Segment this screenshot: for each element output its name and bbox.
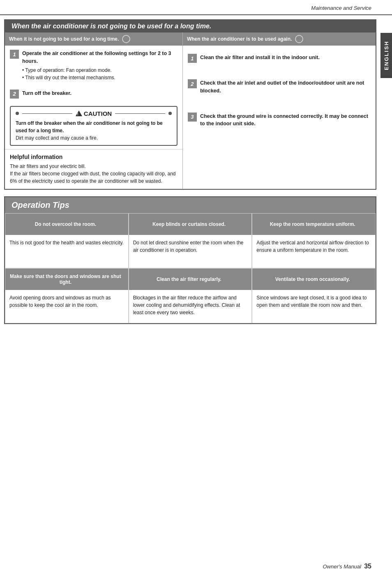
footer-text: Owner's Manual <box>323 564 361 570</box>
gear-icon-left <box>122 35 130 43</box>
caution-title: CAUTION <box>76 110 112 117</box>
caution-dot-right <box>168 112 172 115</box>
caution-title-text: CAUTION <box>84 110 112 117</box>
right-panel: When the air conditioner is to be used a… <box>183 32 376 189</box>
section-longtime-body: When it is not going to be used for a lo… <box>5 32 376 189</box>
right-step-title-3: Check that the ground wire is connected … <box>200 113 371 128</box>
section-longtime-header: When the air conditioner is not going to… <box>5 20 376 32</box>
caution-line-left <box>22 113 72 114</box>
caution-line-2: Dirt may collect and may cause a fire. <box>16 135 98 141</box>
tip-body-text-4: Avoid opening doors and windows as much … <box>9 294 124 309</box>
right-subheader: When the air conditioner is to be used a… <box>183 32 376 46</box>
tip-header-4: Make sure that the doors and windows are… <box>5 269 128 290</box>
tips-grid: Do not overcool the room. This is not go… <box>5 213 376 323</box>
left-step-1: 1 Operate the air conditioner at the fol… <box>5 46 182 85</box>
tip-cell-6: Ventilate the room occasionally. Since w… <box>252 268 376 323</box>
right-step-num-3: 3 <box>188 113 197 122</box>
helpful-text: The air filters and your electiric bill.… <box>10 163 178 185</box>
right-step-content-2: Check that the air inlet and outlet of t… <box>200 79 371 96</box>
tip-header-text-5: Clean the air filter regularly. <box>157 276 221 282</box>
tip-header-3: Keep the room temperature uniform. <box>252 214 375 235</box>
step-title-2: Turn off the breaker. <box>22 90 71 97</box>
caution-box: CAUTION Turn off the breaker when the ai… <box>10 106 178 146</box>
page-footer: Owner's Manual 35 <box>323 563 371 570</box>
footer-page: 35 <box>364 563 371 570</box>
section-longtime-title: When the air conditioner is not going to… <box>12 23 211 30</box>
right-step-num-2: 2 <box>188 79 197 88</box>
step-content-1: Operate the air conditioner at the follo… <box>22 50 178 81</box>
left-step-2: 2 Turn off the breaker. <box>5 85 182 103</box>
tip-header-2: Keep blinds or curtains closed. <box>129 214 252 235</box>
helpful-title: Helpful information <box>10 154 178 160</box>
tip-header-5: Clean the air filter regularly. <box>129 269 252 290</box>
caution-line-1: Turn off the breaker when the air condit… <box>16 120 163 133</box>
tip-header-text-6: Ventilate the room occasionally. <box>275 276 350 282</box>
language-label: ENGLISH <box>383 41 390 70</box>
tip-header-6: Ventilate the room occasionally. <box>252 269 375 290</box>
right-step-content-1: Clean the air filter and install it in t… <box>200 54 320 63</box>
tip-cell-4: Make sure that the doors and windows are… <box>5 268 129 323</box>
step-sub-1-2: This will dry out the internal mechanism… <box>22 74 178 81</box>
language-tab: ENGLISH <box>380 33 392 78</box>
step-content-2: Turn off the breaker. <box>22 90 71 99</box>
step-sub-1-1: Type of operation: Fan operation mode. <box>22 67 178 74</box>
tip-body-6: Since windows are kept closed, it is a g… <box>252 290 375 323</box>
tip-body-text-5: Blockages in the air filter reduce the a… <box>133 294 248 316</box>
header-title: Maintenance and Service <box>311 5 371 11</box>
tip-body-4: Avoid opening doors and windows as much … <box>5 290 128 323</box>
right-step-title-2: Check that the air inlet and outlet of t… <box>200 79 371 95</box>
right-step-content-3: Check that the ground wire is connected … <box>200 113 371 129</box>
left-subheader-text: When it is not going to be used for a lo… <box>9 36 119 42</box>
caution-header: CAUTION <box>16 110 172 117</box>
section-tips: Operation Tips Do not overcool the room.… <box>4 196 376 324</box>
tip-header-text-2: Keep blinds or curtains closed. <box>152 221 226 227</box>
section-tips-title: Operation Tips <box>12 200 69 209</box>
tip-cell-2: Keep blinds or curtains closed. Do not l… <box>129 213 252 268</box>
tip-body-1: This is not good for the health and wast… <box>5 235 128 268</box>
caution-line-right <box>115 113 165 114</box>
step-num-2: 2 <box>10 90 19 99</box>
tip-header-text-3: Keep the room temperature uniform. <box>270 221 355 227</box>
step-num-1: 1 <box>10 50 19 59</box>
tip-body-text-6: Since windows are kept closed, it is a g… <box>256 294 371 309</box>
gear-icon-right <box>295 35 303 43</box>
caution-dot-left <box>16 112 19 115</box>
tip-cell-1: Do not overcool the room. This is not go… <box>5 213 129 268</box>
tip-body-text-2: Do not let direct sunshine enter the roo… <box>133 239 248 254</box>
left-panel: When it is not going to be used for a lo… <box>5 32 183 189</box>
right-step-num-1: 1 <box>188 54 197 63</box>
tip-body-5: Blockages in the air filter reduce the a… <box>129 290 252 323</box>
tip-header-text-1: Do not overcool the room. <box>35 221 96 227</box>
helpful-section: Helpful information The air filters and … <box>5 149 182 189</box>
right-step-3: 3 Check that the ground wire is connecte… <box>183 104 376 138</box>
tip-header-1: Do not overcool the room. <box>5 214 128 235</box>
left-subheader: When it is not going to be used for a lo… <box>5 32 182 46</box>
step-title-1: Operate the air conditioner at the follo… <box>22 50 178 65</box>
section-longtime: When the air conditioner is not going to… <box>4 19 376 190</box>
caution-text: Turn off the breaker when the air condit… <box>16 120 172 142</box>
caution-triangle-icon <box>76 110 82 116</box>
right-step-title-1: Clean the air filter and install it in t… <box>200 54 320 62</box>
section-tips-header: Operation Tips <box>5 197 376 213</box>
tip-cell-3: Keep the room temperature uniform. Adjus… <box>252 213 376 268</box>
right-subheader-text: When the air conditioner is to be used a… <box>187 36 292 42</box>
right-step-1: 1 Clean the air filter and install it in… <box>183 46 376 71</box>
tip-body-text-3: Adjust the vertical and horizontal airfl… <box>256 239 371 254</box>
tip-body-3: Adjust the vertical and horizontal airfl… <box>252 235 375 268</box>
tip-header-text-4: Make sure that the doors and windows are… <box>9 274 122 285</box>
right-step-2: 2 Check that the air inlet and outlet of… <box>183 71 376 104</box>
tip-cell-5: Clean the air filter regularly. Blockage… <box>129 268 252 323</box>
page-header: Maintenance and Service <box>0 0 392 15</box>
tip-body-2: Do not let direct sunshine enter the roo… <box>129 235 252 268</box>
tip-body-text-1: This is not good for the health and wast… <box>9 239 124 246</box>
